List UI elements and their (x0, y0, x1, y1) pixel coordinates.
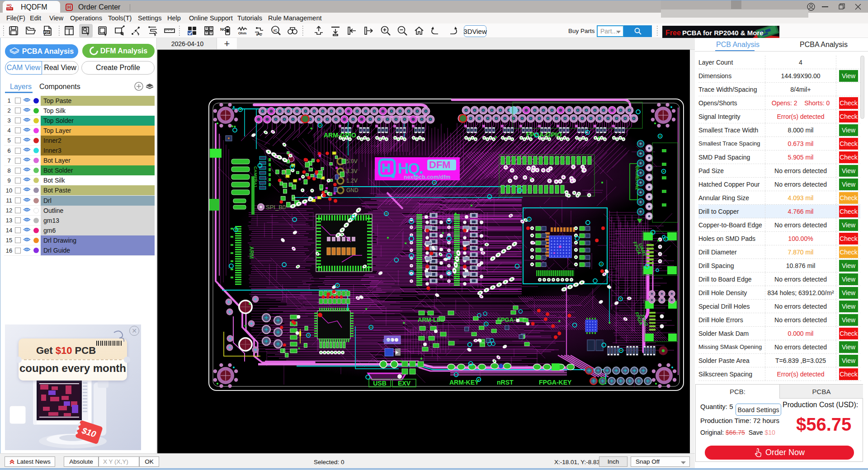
svg-text:Free: Free (665, 29, 681, 37)
svg-text:GND: GND (346, 187, 359, 193)
svg-text:Ohm: Ohm (238, 31, 246, 35)
svg-text:FPGA-KEY: FPGA-KEY (539, 379, 572, 386)
svg-text:3.3V: 3.3V (346, 168, 358, 174)
svg-text:DFM: DFM (429, 159, 451, 170)
svg-text:ARM: ARM (248, 246, 255, 258)
svg-text:USB: USB (373, 380, 387, 387)
svg-text:PDF: PDF (44, 31, 50, 34)
svg-text:5.0V: 5.0V (346, 158, 358, 164)
svg-text:1.2V: 1.2V (346, 178, 358, 184)
svg-text:IPC: IPC (256, 33, 262, 37)
svg-text:FPGA-GPIO: FPGA-GPIO (526, 131, 562, 138)
svg-text:IC: IC (274, 28, 277, 33)
svg-text:100S: 100S (382, 338, 392, 343)
svg-text:EXV: EXV (398, 380, 411, 387)
svg-text:ARM-GPIO: ARM-GPIO (324, 132, 356, 139)
svg-text:ARM-KEY: ARM-KEY (449, 379, 479, 386)
svg-text:nextpcb.com/dfm: nextpcb.com/dfm (404, 174, 451, 180)
svg-text:nRST: nRST (497, 379, 514, 386)
svg-text:CAMERA2: CAMERA2 (635, 165, 640, 190)
svg-text:PCBA for RP2040 & More: PCBA for RP2040 & More (682, 29, 764, 37)
svg-text:SPI_B0: SPI_B0 (266, 204, 286, 211)
